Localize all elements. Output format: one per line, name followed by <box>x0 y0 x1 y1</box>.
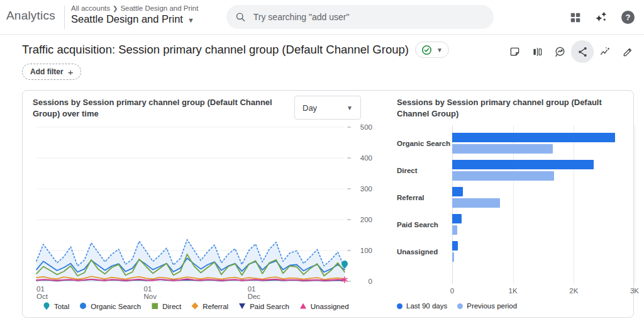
bar-category-label: Paid Search <box>397 214 452 235</box>
bar[interactable] <box>452 225 457 235</box>
legend-item[interactable]: Referral <box>191 302 228 310</box>
square-marker-icon <box>151 302 158 310</box>
insights-bubble-icon[interactable] <box>548 40 571 63</box>
svg-text:200: 200 <box>360 216 372 223</box>
granularity-value: Day <box>303 103 317 113</box>
bar-x-axis: 01K2K3K <box>452 287 635 296</box>
bar-category-label: Direct <box>397 160 452 181</box>
analytics-app: Analytics All accounts ❯ Seattle Design … <box>0 0 644 321</box>
chevron-right-icon: ❯ <box>113 5 118 12</box>
legend-label: Previous period <box>467 302 517 310</box>
grid-line <box>635 125 635 284</box>
plus-icon: + <box>68 67 74 77</box>
legend-label: Direct <box>162 303 181 310</box>
pin-marker-icon <box>43 302 50 310</box>
bar-chart-legend: Last 90 daysPrevious period <box>397 302 517 310</box>
bar[interactable] <box>452 133 615 142</box>
svg-text:01: 01 <box>248 285 256 293</box>
legend-label: Organic Search <box>91 303 141 310</box>
svg-text:Nov: Nov <box>144 293 157 300</box>
legend-label: Paid Search <box>250 303 289 310</box>
comparisons-icon[interactable] <box>526 40 548 63</box>
report-toolbar <box>503 40 639 63</box>
product-logo-text: Analytics <box>6 9 55 23</box>
legend-item[interactable]: Unassigned <box>299 302 349 310</box>
svg-text:300: 300 <box>360 185 372 193</box>
bar-chart: Organic SearchDirectReferralPaid SearchU… <box>397 125 635 284</box>
bar-plot <box>452 125 635 284</box>
svg-text:400: 400 <box>360 154 372 162</box>
help-icon[interactable]: ? <box>621 11 635 24</box>
bar[interactable] <box>452 187 463 196</box>
bar-category-label: Unassigned <box>397 241 452 262</box>
line-chart-legend: TotalOrganic SearchDirectReferralPaid Se… <box>43 302 349 310</box>
add-filter-button[interactable]: Add filter + <box>22 64 81 80</box>
x-tick-label: 1K <box>509 287 518 295</box>
apps-grid-icon[interactable] <box>569 11 582 26</box>
legend-item[interactable]: Paid Search <box>238 302 289 310</box>
header-divider <box>64 6 65 29</box>
search-icon <box>235 11 246 23</box>
bar[interactable] <box>452 171 554 181</box>
legend-item[interactable]: Organic Search <box>79 302 141 310</box>
chevron-down-icon: ▼ <box>436 47 443 54</box>
chevron-down-icon: ▼ <box>187 16 194 24</box>
bar[interactable] <box>452 214 462 223</box>
bar[interactable] <box>452 160 594 169</box>
bar-category-label: Organic Search <box>397 133 452 154</box>
charts-card: Sessions by Session primary channel grou… <box>22 90 634 318</box>
legend-label: Referral <box>203 303 228 310</box>
verified-check-icon <box>421 45 432 55</box>
bar-group <box>452 187 635 208</box>
x-tick-label: 2K <box>569 287 578 295</box>
data-quality-badge[interactable]: ▼ <box>415 42 449 58</box>
svg-text:500: 500 <box>360 123 372 131</box>
svg-text:01: 01 <box>144 285 152 293</box>
circle-marker-icon <box>457 303 463 309</box>
circle-marker-icon <box>79 302 87 310</box>
bar-group <box>452 133 635 154</box>
bar[interactable] <box>452 144 553 154</box>
breadcrumb-current[interactable]: Seattle Design and Print <box>120 4 198 12</box>
svg-text:0: 0 <box>369 278 372 285</box>
svg-text:01: 01 <box>36 285 45 293</box>
triangle-up-marker-icon <box>299 302 307 310</box>
legend-label: Unassigned <box>311 303 349 310</box>
chevron-down-icon: ▼ <box>347 104 353 111</box>
diamond-marker-icon <box>191 302 199 310</box>
bar-category-labels: Organic SearchDirectReferralPaid SearchU… <box>397 125 452 284</box>
legend-item[interactable]: Last 90 days <box>397 302 447 310</box>
breadcrumb[interactable]: All accounts ❯ Seattle Design and Print <box>71 4 198 12</box>
svg-text:Dec: Dec <box>248 293 261 300</box>
x-tick-label: 3K <box>630 287 639 295</box>
svg-text:Oct: Oct <box>36 293 48 300</box>
account-name: Seattle Design and Print <box>71 13 183 25</box>
sparkline-insights-icon[interactable] <box>594 40 616 63</box>
circle-marker-icon <box>397 303 402 309</box>
legend-item[interactable]: Direct <box>151 302 181 310</box>
triangle-down-marker-icon <box>238 302 246 310</box>
bar[interactable] <box>452 198 500 208</box>
granularity-select[interactable]: Day ▼ <box>294 96 361 120</box>
gemini-sparkle-icon[interactable] <box>594 10 608 27</box>
bar[interactable] <box>452 241 458 251</box>
top-app-bar: Analytics All accounts ❯ Seattle Design … <box>0 0 644 35</box>
search-bar[interactable] <box>226 5 494 29</box>
bar-group <box>452 241 635 262</box>
breadcrumb-root[interactable]: All accounts <box>71 4 110 12</box>
legend-label: Last 90 days <box>406 302 447 310</box>
svg-text:100: 100 <box>360 247 372 254</box>
legend-item[interactable]: Previous period <box>457 302 517 310</box>
share-icon[interactable] <box>571 40 594 63</box>
search-input[interactable] <box>252 11 485 23</box>
edit-icon[interactable] <box>616 40 639 63</box>
legend-label: Total <box>54 303 69 310</box>
account-selector[interactable]: Seattle Design and Print ▼ <box>71 13 194 25</box>
bar[interactable] <box>452 252 454 262</box>
line-chart-svg: 500400300200100001Oct01Nov01Dec <box>34 123 374 303</box>
bar-category-label: Referral <box>397 187 452 208</box>
bar-group <box>452 160 635 181</box>
legend-item[interactable]: Total <box>43 302 69 310</box>
notes-icon[interactable] <box>503 40 526 63</box>
page-title: Traffic acquisition: Session primary cha… <box>22 43 409 57</box>
